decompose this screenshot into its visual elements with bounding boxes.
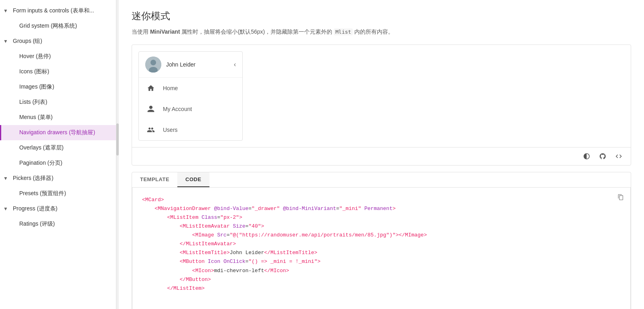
code-line: </MButton> [142, 275, 621, 284]
home-icon [145, 83, 156, 94]
drawer-nav-home-label: Home [163, 85, 178, 91]
desc-code: Mlist [334, 28, 353, 35]
sidebar-item-menus[interactable]: Menus (菜单) [0, 110, 116, 125]
sidebar-item-navigation-drawers[interactable]: Navigation drawers (导航抽屉) [0, 125, 116, 140]
sidebar-item-form-inputs[interactable]: ▼ Form inputs & controls (表单和... [0, 3, 116, 18]
sidebar-item-label: Menus (菜单) [19, 114, 53, 121]
drawer-nav-users-label: Users [163, 127, 178, 133]
sidebar-item-groups[interactable]: ▼ Groups (组) [0, 34, 116, 49]
contrast-icon[interactable] [581, 151, 592, 162]
github-icon[interactable] [597, 151, 608, 162]
sidebar-item-label: Groups (组) [13, 38, 42, 45]
code-line: <MListItemAvatar Size="40"> [142, 222, 621, 231]
demo-toolbar [132, 147, 631, 165]
code-line: <MIcon>mdi-chevron-left</MIcon> [142, 267, 621, 275]
sidebar-item-label: Lists (列表) [19, 99, 47, 106]
sidebar-item-icons[interactable]: Icons (图标) [0, 64, 116, 79]
sidebar-item-progress[interactable]: ▼ Progress (进度条) [0, 201, 116, 216]
svg-point-1 [150, 60, 156, 65]
sidebar-item-label: Ratings (评级) [19, 220, 55, 228]
demo-card: John Leider ‹ Home My Account [132, 44, 631, 166]
page-title: 迷你模式 [132, 10, 631, 22]
tabs-bar: TEMPLATE CODE [132, 172, 631, 188]
sidebar-item-lists[interactable]: Lists (列表) [0, 95, 116, 110]
desc-suffix: 内的所有内容。 [353, 28, 394, 35]
account-icon [145, 103, 156, 115]
sidebar-item-label: Hover (悬停) [19, 53, 51, 60]
drawer-nav-home[interactable]: Home [139, 78, 242, 99]
demo-area: John Leider ‹ Home My Account [132, 45, 631, 147]
sidebar-item-label: Pickers (选择器) [13, 175, 53, 182]
sidebar-item-pagination[interactable]: Pagination (分页) [0, 156, 116, 171]
sidebar-item-label: Navigation drawers (导航抽屉) [19, 129, 95, 136]
code-line: </MListItem> [142, 284, 621, 293]
tab-code[interactable]: CODE [177, 172, 209, 187]
group-icon [145, 124, 156, 135]
copy-button[interactable] [616, 192, 626, 202]
chevron-icon: ▼ [3, 206, 10, 212]
sidebar-item-overlays[interactable]: Overlays (遮罩层) [0, 140, 116, 156]
sidebar: ▼ Form inputs & controls (表单和... Grid sy… [0, 0, 116, 309]
sidebar-item-label: Presets (预置组件) [19, 190, 66, 197]
code-line: </MListItemAvatar> [142, 240, 621, 248]
code-area: <MCard> <MNavigationDrawer @bind-Value="… [132, 188, 631, 309]
avatar [145, 57, 161, 73]
page-description: 当使用 MiniVariant 属性时，抽屉将会缩小(默认56px)，并隐藏除第… [132, 27, 631, 36]
desc-mid: 属性时，抽屉将会缩小(默认56px)，并隐藏除第一个元素外的 [180, 28, 334, 35]
sidebar-item-presets[interactable]: Presets (预置组件) [0, 186, 116, 201]
avatar-image [145, 57, 161, 73]
sidebar-item-label: Icons (图标) [19, 68, 49, 75]
code-line: <MNavigationDrawer @bind-Value="_drawer"… [142, 204, 621, 213]
mini-drawer-demo: John Leider ‹ Home My Account [138, 51, 243, 141]
chevron-icon: ▼ [3, 176, 10, 181]
sidebar-item-ratings[interactable]: Ratings (评级) [0, 216, 116, 232]
drawer-nav-my-account[interactable]: My Account [139, 99, 242, 119]
chevron-icon: ▼ [3, 8, 10, 14]
drawer-nav-users[interactable]: Users [139, 119, 242, 140]
drawer-collapse-icon[interactable]: ‹ [234, 61, 236, 68]
sidebar-item-pickers[interactable]: ▼ Pickers (选择器) [0, 171, 116, 186]
code-line: <MCard> [142, 196, 621, 204]
desc-keyword: MiniVariant [150, 28, 180, 35]
drawer-username: John Leider [166, 61, 234, 68]
code-section: TEMPLATE CODE <MCard> <MNavigationDrawer… [132, 172, 631, 309]
drawer-nav-account-label: My Account [163, 106, 192, 112]
code-expand-icon[interactable] [613, 151, 624, 162]
code-line: <MListItem Class="px-2"> [142, 213, 621, 222]
tab-template[interactable]: TEMPLATE [132, 172, 177, 187]
sidebar-item-label: Grid system (网格系统) [19, 22, 77, 30]
chevron-icon: ▼ [3, 38, 10, 44]
sidebar-item-images[interactable]: Images (图像) [0, 79, 116, 95]
sidebar-item-label: Pagination (分页) [19, 160, 62, 167]
drawer-header: John Leider ‹ [139, 52, 242, 78]
sidebar-item-label: Overlays (遮罩层) [19, 144, 63, 151]
main-content: 迷你模式 当使用 MiniVariant 属性时，抽屉将会缩小(默认56px)，… [119, 0, 644, 309]
sidebar-item-label: Images (图像) [19, 83, 54, 91]
sidebar-item-label: Form inputs & controls (表单和... [13, 7, 94, 14]
desc-prefix: 当使用 [132, 28, 150, 35]
code-line: <MButton Icon OnClick="() => _mini = !_m… [142, 257, 621, 266]
code-line: <MListItemTitle>John Leider</MListItemTi… [142, 248, 621, 257]
sidebar-item-label: Progress (进度条) [13, 205, 57, 212]
sidebar-item-hover[interactable]: Hover (悬停) [0, 49, 116, 64]
code-line: <MImage Src="@("https://randomuser.me/ap… [142, 231, 621, 240]
sidebar-item-grid-system[interactable]: Grid system (网格系统) [0, 18, 116, 34]
